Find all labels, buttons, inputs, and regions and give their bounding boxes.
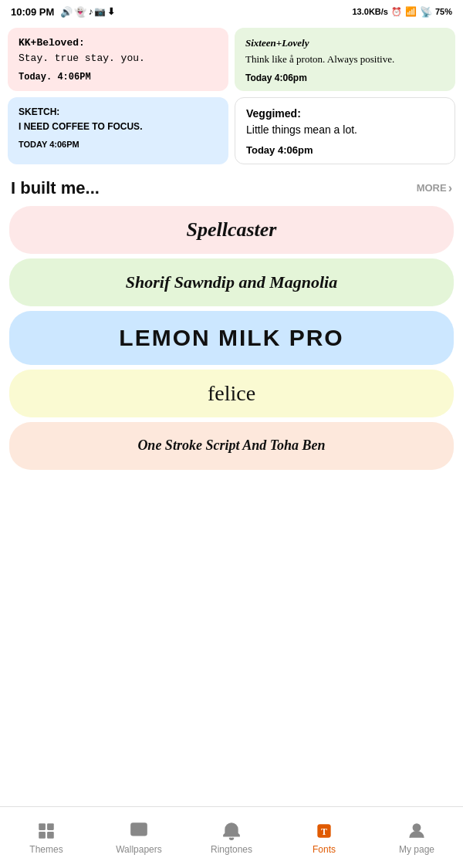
themes-icon xyxy=(36,821,56,841)
more-chevron: › xyxy=(448,181,452,195)
more-button[interactable]: MORE › xyxy=(417,181,452,195)
status-right: 13.0KB/s ⏰ 📶 📡 75% xyxy=(352,6,452,18)
tiktok-icon: ♪ xyxy=(88,6,93,17)
svg-rect-0 xyxy=(39,823,46,830)
nav-label-wallpapers: Wallpapers xyxy=(116,844,162,855)
nav-label-fonts: Fonts xyxy=(313,844,336,855)
font-button-shorif[interactable]: Shorif Sawndip and Magnolia xyxy=(9,258,454,306)
font-label-felice: felice xyxy=(208,381,255,406)
sound-icon: 🔊 xyxy=(60,6,73,18)
nav-item-wallpapers[interactable]: Wallpapers xyxy=(108,821,170,855)
signal-bars: 📶 xyxy=(405,6,417,17)
card-green-body: Think like å proton. Always positive. xyxy=(245,52,444,66)
ringtones-icon xyxy=(221,821,242,841)
wifi-icon: 📡 xyxy=(420,6,432,18)
alarm-icon: ⏰ xyxy=(391,7,402,17)
message-card-green[interactable]: Sixteen+Lovely Think like å proton. Alwa… xyxy=(235,28,455,91)
bottom-nav: Themes Wallpapers Ringtones T Fonts My p… xyxy=(0,806,463,868)
instagram-icon: 📷 xyxy=(94,6,106,17)
font-label-onestroke: One Stroke Script And Toha Ben xyxy=(137,437,325,454)
network-speed: 13.0KB/s xyxy=(352,7,387,16)
nav-item-mypage[interactable]: My page xyxy=(386,821,448,855)
snapchat-icon: 👻 xyxy=(74,6,86,18)
card-blue-sender: SKETCH: xyxy=(19,106,218,117)
font-label-lemon: LEMON MILK PRO xyxy=(119,325,343,351)
svg-rect-4 xyxy=(131,823,147,835)
nav-item-themes[interactable]: Themes xyxy=(15,821,77,855)
message-card-white[interactable]: Veggimed: Little things mean a lot. Toda… xyxy=(235,97,455,164)
font-button-lemon[interactable]: LEMON MILK PRO xyxy=(9,311,454,365)
wallpapers-icon xyxy=(129,821,149,841)
status-bar: 10:09 PM 🔊 👻 ♪ 📷 ⬇ 13.0KB/s ⏰ 📶 📡 75% xyxy=(0,0,463,22)
svg-rect-1 xyxy=(47,823,54,830)
mypage-icon xyxy=(407,821,427,841)
font-label-shorif: Shorif Sawndip and Magnolia xyxy=(126,272,337,292)
nav-item-ringtones[interactable]: Ringtones xyxy=(201,821,262,855)
nav-label-mypage: My page xyxy=(399,844,434,855)
battery: 75% xyxy=(435,7,452,16)
card-white-body: Little things mean a lot. xyxy=(246,123,444,138)
status-time: 10:09 PM xyxy=(11,6,54,18)
download-icon: ⬇ xyxy=(107,6,115,17)
card-green-timestamp: Today 4:06pm xyxy=(245,73,444,83)
card-pink-timestamp: Today. 4:06PM xyxy=(19,72,218,83)
main-content: KK+Beloved: Stay. true stay. you. Today.… xyxy=(0,22,463,538)
card-pink-sender: KK+Beloved: xyxy=(19,37,218,49)
message-card-pink[interactable]: KK+Beloved: Stay. true stay. you. Today.… xyxy=(8,28,228,91)
card-white-timestamp: Today 4:06pm xyxy=(246,144,444,156)
message-card-blue[interactable]: SKETCH: I NEED COFFEE TO FOCUS. TODAY 4:… xyxy=(8,97,228,164)
section-header: I built me... MORE › xyxy=(8,172,455,206)
nav-label-themes: Themes xyxy=(29,844,63,855)
svg-text:T: T xyxy=(321,826,327,837)
card-blue-timestamp: TODAY 4:06PM xyxy=(19,140,218,149)
fonts-icon: T xyxy=(314,821,334,841)
font-button-onestroke[interactable]: One Stroke Script And Toha Ben xyxy=(9,422,454,470)
font-label-spellcaster: Spellcaster xyxy=(187,218,277,241)
svg-rect-2 xyxy=(39,832,46,839)
card-pink-body: Stay. true stay. you. xyxy=(19,52,218,66)
font-list: Spellcaster Shorif Sawndip and Magnolia … xyxy=(8,206,455,470)
section-title: I built me... xyxy=(11,178,100,198)
svg-rect-3 xyxy=(47,832,54,839)
cards-grid: KK+Beloved: Stay. true stay. you. Today.… xyxy=(8,28,455,164)
font-button-spellcaster[interactable]: Spellcaster xyxy=(9,206,454,254)
card-green-sender: Sixteen+Lovely xyxy=(245,37,444,49)
status-left: 10:09 PM 🔊 👻 ♪ 📷 ⬇ xyxy=(11,6,115,18)
nav-item-fonts[interactable]: T Fonts xyxy=(293,821,355,855)
svg-point-8 xyxy=(414,824,421,831)
more-label: MORE xyxy=(417,182,447,194)
card-white-sender: Veggimed: xyxy=(246,107,444,120)
nav-label-ringtones: Ringtones xyxy=(211,844,252,855)
font-button-felice[interactable]: felice xyxy=(9,370,454,417)
card-blue-body: I NEED COFFEE TO FOCUS. xyxy=(19,120,218,133)
